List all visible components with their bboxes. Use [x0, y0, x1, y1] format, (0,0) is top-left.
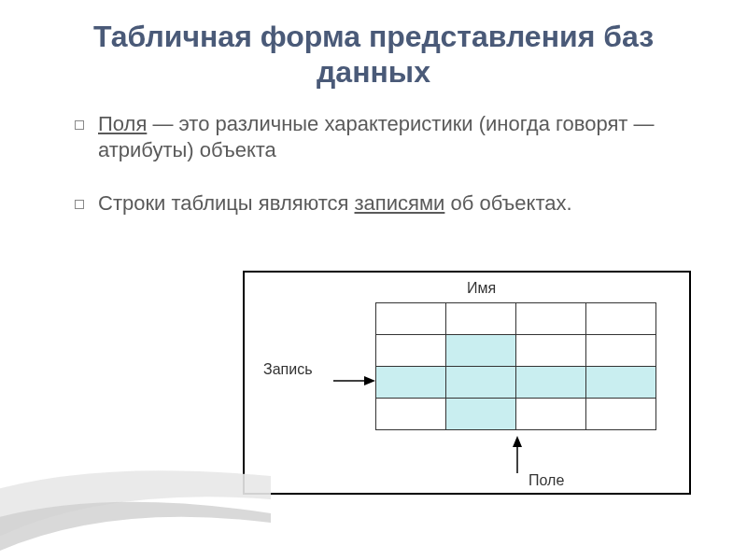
rest-1: это различные характеристики (иногда гов… [98, 112, 655, 162]
svg-marker-1 [364, 376, 375, 385]
diagram: Имя Запись Поле [243, 271, 691, 495]
svg-marker-3 [513, 436, 522, 447]
term-zapisi: записями [355, 191, 445, 215]
table-row [376, 399, 656, 430]
slide-title: Табличная форма представления баз данных [56, 19, 691, 91]
arrow-up-icon [510, 436, 525, 477]
arrow-right-icon [333, 373, 375, 392]
end-2: об объектах. [444, 191, 571, 215]
table-row [376, 335, 656, 367]
bullet-list: Поля — это различные характеристики (ино… [56, 111, 691, 217]
table-grid [375, 302, 656, 430]
bullet-2: Строки таблицы являются записями об объе… [75, 190, 691, 217]
swoosh-decoration [0, 448, 271, 560]
label-name: Имя [467, 280, 496, 297]
term-polya: Поля [98, 112, 147, 135]
start-2: Строки таблицы являются [98, 191, 355, 215]
table-row [376, 367, 656, 399]
table-row [376, 303, 656, 335]
dash-1: — [147, 112, 178, 135]
bullet-1: Поля — это различные характеристики (ино… [75, 111, 691, 164]
label-record: Запись [263, 361, 313, 378]
label-field: Поле [529, 472, 564, 489]
